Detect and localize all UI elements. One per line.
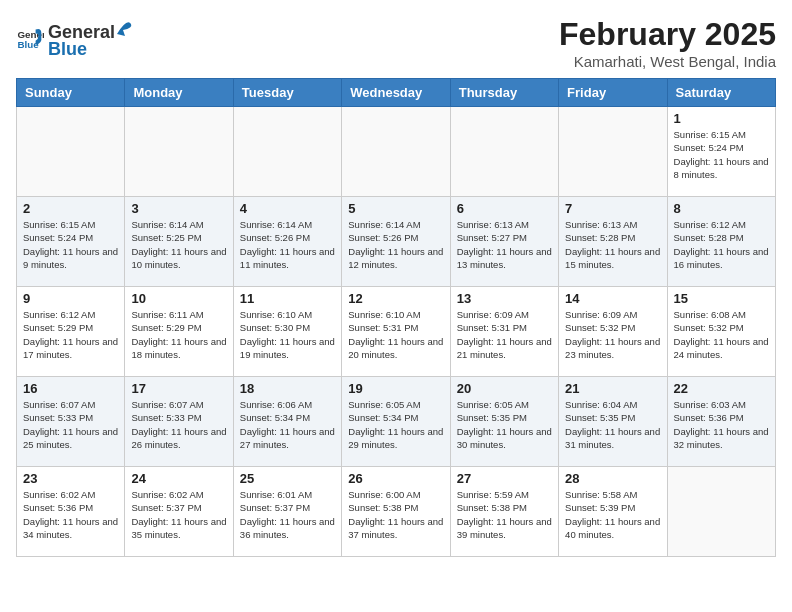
title-area: February 2025 Kamarhati, West Bengal, In… bbox=[559, 16, 776, 70]
day-number: 23 bbox=[23, 471, 118, 486]
day-info: Sunrise: 6:01 AM Sunset: 5:37 PM Dayligh… bbox=[240, 488, 335, 541]
day-info: Sunrise: 6:13 AM Sunset: 5:27 PM Dayligh… bbox=[457, 218, 552, 271]
calendar-day bbox=[17, 107, 125, 197]
day-number: 16 bbox=[23, 381, 118, 396]
calendar-day: 3Sunrise: 6:14 AM Sunset: 5:25 PM Daylig… bbox=[125, 197, 233, 287]
weekday-header: Tuesday bbox=[233, 79, 341, 107]
calendar-day: 22Sunrise: 6:03 AM Sunset: 5:36 PM Dayli… bbox=[667, 377, 775, 467]
day-number: 12 bbox=[348, 291, 443, 306]
day-info: Sunrise: 6:14 AM Sunset: 5:26 PM Dayligh… bbox=[348, 218, 443, 271]
calendar-day: 21Sunrise: 6:04 AM Sunset: 5:35 PM Dayli… bbox=[559, 377, 667, 467]
day-info: Sunrise: 6:14 AM Sunset: 5:26 PM Dayligh… bbox=[240, 218, 335, 271]
day-number: 20 bbox=[457, 381, 552, 396]
day-info: Sunrise: 6:13 AM Sunset: 5:28 PM Dayligh… bbox=[565, 218, 660, 271]
day-number: 15 bbox=[674, 291, 769, 306]
day-info: Sunrise: 6:00 AM Sunset: 5:38 PM Dayligh… bbox=[348, 488, 443, 541]
day-number: 28 bbox=[565, 471, 660, 486]
day-number: 21 bbox=[565, 381, 660, 396]
day-info: Sunrise: 6:03 AM Sunset: 5:36 PM Dayligh… bbox=[674, 398, 769, 451]
day-number: 10 bbox=[131, 291, 226, 306]
day-info: Sunrise: 6:12 AM Sunset: 5:29 PM Dayligh… bbox=[23, 308, 118, 361]
day-info: Sunrise: 6:02 AM Sunset: 5:37 PM Dayligh… bbox=[131, 488, 226, 541]
calendar-day: 14Sunrise: 6:09 AM Sunset: 5:32 PM Dayli… bbox=[559, 287, 667, 377]
day-info: Sunrise: 5:58 AM Sunset: 5:39 PM Dayligh… bbox=[565, 488, 660, 541]
day-info: Sunrise: 6:15 AM Sunset: 5:24 PM Dayligh… bbox=[23, 218, 118, 271]
day-info: Sunrise: 6:09 AM Sunset: 5:32 PM Dayligh… bbox=[565, 308, 660, 361]
calendar-day: 27Sunrise: 5:59 AM Sunset: 5:38 PM Dayli… bbox=[450, 467, 558, 557]
calendar-day: 11Sunrise: 6:10 AM Sunset: 5:30 PM Dayli… bbox=[233, 287, 341, 377]
day-info: Sunrise: 6:11 AM Sunset: 5:29 PM Dayligh… bbox=[131, 308, 226, 361]
calendar-day bbox=[450, 107, 558, 197]
calendar-day: 8Sunrise: 6:12 AM Sunset: 5:28 PM Daylig… bbox=[667, 197, 775, 287]
subtitle: Kamarhati, West Bengal, India bbox=[559, 53, 776, 70]
day-number: 6 bbox=[457, 201, 552, 216]
day-info: Sunrise: 6:10 AM Sunset: 5:31 PM Dayligh… bbox=[348, 308, 443, 361]
day-number: 14 bbox=[565, 291, 660, 306]
day-info: Sunrise: 6:08 AM Sunset: 5:32 PM Dayligh… bbox=[674, 308, 769, 361]
header: General Blue General Blue February 2025 … bbox=[16, 16, 776, 70]
day-number: 19 bbox=[348, 381, 443, 396]
calendar-day: 17Sunrise: 6:07 AM Sunset: 5:33 PM Dayli… bbox=[125, 377, 233, 467]
day-info: Sunrise: 6:04 AM Sunset: 5:35 PM Dayligh… bbox=[565, 398, 660, 451]
day-number: 2 bbox=[23, 201, 118, 216]
weekday-header: Saturday bbox=[667, 79, 775, 107]
day-number: 5 bbox=[348, 201, 443, 216]
calendar-day: 16Sunrise: 6:07 AM Sunset: 5:33 PM Dayli… bbox=[17, 377, 125, 467]
weekday-header: Wednesday bbox=[342, 79, 450, 107]
calendar-day: 6Sunrise: 6:13 AM Sunset: 5:27 PM Daylig… bbox=[450, 197, 558, 287]
calendar: SundayMondayTuesdayWednesdayThursdayFrid… bbox=[16, 78, 776, 557]
calendar-week-row: 9Sunrise: 6:12 AM Sunset: 5:29 PM Daylig… bbox=[17, 287, 776, 377]
day-info: Sunrise: 6:02 AM Sunset: 5:36 PM Dayligh… bbox=[23, 488, 118, 541]
calendar-day: 18Sunrise: 6:06 AM Sunset: 5:34 PM Dayli… bbox=[233, 377, 341, 467]
day-number: 13 bbox=[457, 291, 552, 306]
day-number: 11 bbox=[240, 291, 335, 306]
day-number: 22 bbox=[674, 381, 769, 396]
day-number: 9 bbox=[23, 291, 118, 306]
calendar-week-row: 1Sunrise: 6:15 AM Sunset: 5:24 PM Daylig… bbox=[17, 107, 776, 197]
calendar-day: 13Sunrise: 6:09 AM Sunset: 5:31 PM Dayli… bbox=[450, 287, 558, 377]
calendar-week-row: 16Sunrise: 6:07 AM Sunset: 5:33 PM Dayli… bbox=[17, 377, 776, 467]
calendar-day: 20Sunrise: 6:05 AM Sunset: 5:35 PM Dayli… bbox=[450, 377, 558, 467]
day-info: Sunrise: 6:12 AM Sunset: 5:28 PM Dayligh… bbox=[674, 218, 769, 271]
weekday-header: Monday bbox=[125, 79, 233, 107]
day-number: 27 bbox=[457, 471, 552, 486]
day-number: 1 bbox=[674, 111, 769, 126]
calendar-day bbox=[559, 107, 667, 197]
calendar-day: 23Sunrise: 6:02 AM Sunset: 5:36 PM Dayli… bbox=[17, 467, 125, 557]
logo-wing-icon bbox=[115, 16, 133, 38]
day-number: 26 bbox=[348, 471, 443, 486]
calendar-day: 4Sunrise: 6:14 AM Sunset: 5:26 PM Daylig… bbox=[233, 197, 341, 287]
calendar-day: 2Sunrise: 6:15 AM Sunset: 5:24 PM Daylig… bbox=[17, 197, 125, 287]
calendar-week-row: 23Sunrise: 6:02 AM Sunset: 5:36 PM Dayli… bbox=[17, 467, 776, 557]
calendar-day: 1Sunrise: 6:15 AM Sunset: 5:24 PM Daylig… bbox=[667, 107, 775, 197]
day-info: Sunrise: 6:05 AM Sunset: 5:34 PM Dayligh… bbox=[348, 398, 443, 451]
calendar-day: 25Sunrise: 6:01 AM Sunset: 5:37 PM Dayli… bbox=[233, 467, 341, 557]
weekday-header: Sunday bbox=[17, 79, 125, 107]
day-info: Sunrise: 6:07 AM Sunset: 5:33 PM Dayligh… bbox=[23, 398, 118, 451]
calendar-day: 24Sunrise: 6:02 AM Sunset: 5:37 PM Dayli… bbox=[125, 467, 233, 557]
logo: General Blue General Blue bbox=[16, 16, 133, 60]
weekday-header: Friday bbox=[559, 79, 667, 107]
day-info: Sunrise: 6:15 AM Sunset: 5:24 PM Dayligh… bbox=[674, 128, 769, 181]
day-number: 8 bbox=[674, 201, 769, 216]
day-number: 7 bbox=[565, 201, 660, 216]
calendar-day bbox=[342, 107, 450, 197]
calendar-week-row: 2Sunrise: 6:15 AM Sunset: 5:24 PM Daylig… bbox=[17, 197, 776, 287]
weekday-header: Thursday bbox=[450, 79, 558, 107]
day-number: 3 bbox=[131, 201, 226, 216]
calendar-day: 9Sunrise: 6:12 AM Sunset: 5:29 PM Daylig… bbox=[17, 287, 125, 377]
day-number: 4 bbox=[240, 201, 335, 216]
day-info: Sunrise: 6:09 AM Sunset: 5:31 PM Dayligh… bbox=[457, 308, 552, 361]
calendar-day bbox=[125, 107, 233, 197]
calendar-day: 12Sunrise: 6:10 AM Sunset: 5:31 PM Dayli… bbox=[342, 287, 450, 377]
calendar-day: 19Sunrise: 6:05 AM Sunset: 5:34 PM Dayli… bbox=[342, 377, 450, 467]
logo-icon: General Blue bbox=[16, 24, 44, 52]
day-info: Sunrise: 6:06 AM Sunset: 5:34 PM Dayligh… bbox=[240, 398, 335, 451]
weekday-header-row: SundayMondayTuesdayWednesdayThursdayFrid… bbox=[17, 79, 776, 107]
calendar-day bbox=[233, 107, 341, 197]
day-number: 18 bbox=[240, 381, 335, 396]
calendar-day: 28Sunrise: 5:58 AM Sunset: 5:39 PM Dayli… bbox=[559, 467, 667, 557]
day-info: Sunrise: 6:10 AM Sunset: 5:30 PM Dayligh… bbox=[240, 308, 335, 361]
day-info: Sunrise: 6:05 AM Sunset: 5:35 PM Dayligh… bbox=[457, 398, 552, 451]
svg-text:Blue: Blue bbox=[17, 39, 39, 50]
